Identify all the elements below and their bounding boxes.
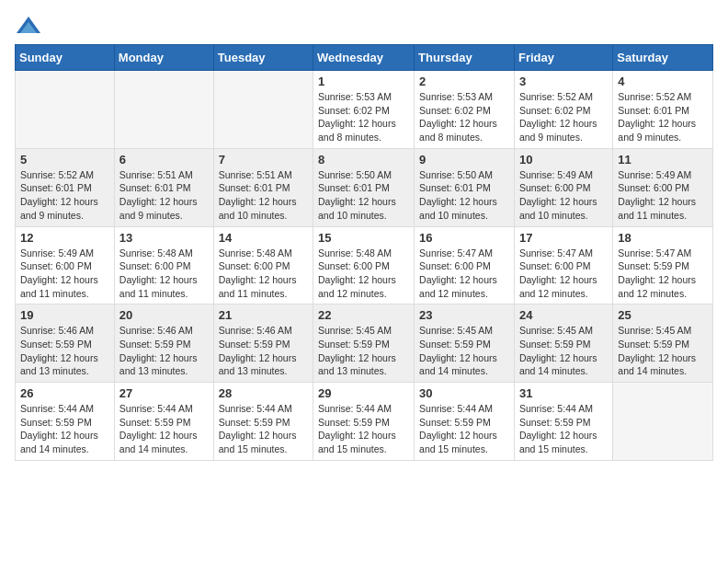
day-number: 6 xyxy=(119,153,209,167)
weekday-header-tuesday: Tuesday xyxy=(213,45,313,71)
day-cell: 25Sunrise: 5:45 AM Sunset: 5:59 PM Dayli… xyxy=(613,304,713,383)
day-info: Sunrise: 5:50 AM Sunset: 6:01 PM Dayligh… xyxy=(318,168,409,223)
day-number: 19 xyxy=(20,308,109,322)
day-info: Sunrise: 5:47 AM Sunset: 5:59 PM Dayligh… xyxy=(618,247,708,301)
day-info: Sunrise: 5:48 AM Sunset: 6:00 PM Dayligh… xyxy=(219,247,308,301)
day-cell: 8Sunrise: 5:50 AM Sunset: 6:01 PM Daylig… xyxy=(313,148,415,226)
day-number: 26 xyxy=(20,386,109,400)
day-cell xyxy=(114,71,213,149)
day-info: Sunrise: 5:52 AM Sunset: 6:01 PM Dayligh… xyxy=(20,168,109,223)
logo xyxy=(15,15,46,37)
day-cell: 18Sunrise: 5:47 AM Sunset: 5:59 PM Dayli… xyxy=(613,226,713,304)
day-cell xyxy=(213,71,313,149)
day-number: 2 xyxy=(419,75,509,88)
day-cell: 24Sunrise: 5:45 AM Sunset: 5:59 PM Dayli… xyxy=(514,304,612,383)
day-info: Sunrise: 5:52 AM Sunset: 6:01 PM Dayligh… xyxy=(618,90,708,144)
day-cell: 20Sunrise: 5:46 AM Sunset: 5:59 PM Dayli… xyxy=(114,304,213,383)
day-info: Sunrise: 5:46 AM Sunset: 5:59 PM Dayligh… xyxy=(219,324,308,378)
day-cell: 31Sunrise: 5:44 AM Sunset: 5:59 PM Dayli… xyxy=(514,383,612,461)
day-cell: 11Sunrise: 5:49 AM Sunset: 6:00 PM Dayli… xyxy=(613,148,713,226)
day-number: 30 xyxy=(419,386,509,400)
day-cell: 22Sunrise: 5:45 AM Sunset: 5:59 PM Dayli… xyxy=(313,304,415,383)
day-info: Sunrise: 5:51 AM Sunset: 6:01 PM Dayligh… xyxy=(119,168,209,223)
logo-icon xyxy=(15,15,42,37)
day-number: 16 xyxy=(419,231,509,245)
day-cell: 13Sunrise: 5:48 AM Sunset: 6:00 PM Dayli… xyxy=(114,226,213,304)
weekday-header-friday: Friday xyxy=(514,45,612,71)
day-info: Sunrise: 5:48 AM Sunset: 6:00 PM Dayligh… xyxy=(119,247,209,301)
day-cell: 29Sunrise: 5:44 AM Sunset: 5:59 PM Dayli… xyxy=(313,383,415,461)
day-cell: 17Sunrise: 5:47 AM Sunset: 6:00 PM Dayli… xyxy=(514,226,612,304)
weekday-header-thursday: Thursday xyxy=(415,45,515,71)
day-info: Sunrise: 5:44 AM Sunset: 5:59 PM Dayligh… xyxy=(519,402,608,456)
day-info: Sunrise: 5:47 AM Sunset: 6:00 PM Dayligh… xyxy=(519,247,608,301)
day-number: 10 xyxy=(519,153,608,167)
day-number: 21 xyxy=(219,308,308,322)
day-number: 5 xyxy=(20,153,109,167)
day-number: 17 xyxy=(519,231,608,245)
week-row-3: 12Sunrise: 5:49 AM Sunset: 6:00 PM Dayli… xyxy=(16,226,713,304)
day-info: Sunrise: 5:46 AM Sunset: 5:59 PM Dayligh… xyxy=(119,324,209,378)
day-cell: 28Sunrise: 5:44 AM Sunset: 5:59 PM Dayli… xyxy=(213,383,313,461)
day-number: 8 xyxy=(318,153,409,167)
day-cell: 26Sunrise: 5:44 AM Sunset: 5:59 PM Dayli… xyxy=(16,383,115,461)
weekday-header-sunday: Sunday xyxy=(16,45,115,71)
week-row-5: 26Sunrise: 5:44 AM Sunset: 5:59 PM Dayli… xyxy=(16,383,713,461)
day-cell: 19Sunrise: 5:46 AM Sunset: 5:59 PM Dayli… xyxy=(16,304,115,383)
day-info: Sunrise: 5:51 AM Sunset: 6:01 PM Dayligh… xyxy=(219,168,308,223)
day-info: Sunrise: 5:45 AM Sunset: 5:59 PM Dayligh… xyxy=(318,324,409,378)
day-number: 29 xyxy=(318,386,409,400)
day-info: Sunrise: 5:44 AM Sunset: 5:59 PM Dayligh… xyxy=(20,402,109,456)
day-cell: 27Sunrise: 5:44 AM Sunset: 5:59 PM Dayli… xyxy=(114,383,213,461)
day-number: 23 xyxy=(419,308,509,322)
day-number: 18 xyxy=(618,231,708,245)
day-number: 15 xyxy=(318,231,409,245)
day-info: Sunrise: 5:45 AM Sunset: 5:59 PM Dayligh… xyxy=(419,324,509,378)
day-info: Sunrise: 5:47 AM Sunset: 6:00 PM Dayligh… xyxy=(419,247,509,301)
day-number: 1 xyxy=(318,75,409,88)
day-cell: 14Sunrise: 5:48 AM Sunset: 6:00 PM Dayli… xyxy=(213,226,313,304)
day-info: Sunrise: 5:44 AM Sunset: 5:59 PM Dayligh… xyxy=(419,402,509,456)
weekday-header-wednesday: Wednesday xyxy=(313,45,415,71)
day-cell: 2Sunrise: 5:53 AM Sunset: 6:02 PM Daylig… xyxy=(415,71,515,149)
day-number: 11 xyxy=(618,153,708,167)
day-number: 27 xyxy=(119,386,209,400)
day-cell: 10Sunrise: 5:49 AM Sunset: 6:00 PM Dayli… xyxy=(514,148,612,226)
week-row-4: 19Sunrise: 5:46 AM Sunset: 5:59 PM Dayli… xyxy=(16,304,713,383)
week-row-1: 1Sunrise: 5:53 AM Sunset: 6:02 PM Daylig… xyxy=(16,71,713,149)
day-cell: 23Sunrise: 5:45 AM Sunset: 5:59 PM Dayli… xyxy=(415,304,515,383)
day-info: Sunrise: 5:44 AM Sunset: 5:59 PM Dayligh… xyxy=(119,402,209,456)
day-cell: 9Sunrise: 5:50 AM Sunset: 6:01 PM Daylig… xyxy=(415,148,515,226)
header xyxy=(15,15,713,37)
day-info: Sunrise: 5:48 AM Sunset: 6:00 PM Dayligh… xyxy=(318,247,409,301)
day-cell: 3Sunrise: 5:52 AM Sunset: 6:02 PM Daylig… xyxy=(514,71,612,149)
day-info: Sunrise: 5:44 AM Sunset: 5:59 PM Dayligh… xyxy=(219,402,308,456)
day-number: 4 xyxy=(618,75,708,88)
weekday-header-row: SundayMondayTuesdayWednesdayThursdayFrid… xyxy=(16,45,713,71)
day-number: 24 xyxy=(519,308,608,322)
day-cell xyxy=(16,71,115,149)
day-number: 9 xyxy=(419,153,509,167)
day-cell: 30Sunrise: 5:44 AM Sunset: 5:59 PM Dayli… xyxy=(415,383,515,461)
day-number: 3 xyxy=(519,75,608,88)
day-number: 25 xyxy=(618,308,708,322)
day-number: 22 xyxy=(318,308,409,322)
day-cell: 1Sunrise: 5:53 AM Sunset: 6:02 PM Daylig… xyxy=(313,71,415,149)
day-info: Sunrise: 5:53 AM Sunset: 6:02 PM Dayligh… xyxy=(318,90,409,144)
day-number: 12 xyxy=(20,231,109,245)
day-cell: 7Sunrise: 5:51 AM Sunset: 6:01 PM Daylig… xyxy=(213,148,313,226)
day-info: Sunrise: 5:45 AM Sunset: 5:59 PM Dayligh… xyxy=(519,324,608,378)
day-cell: 6Sunrise: 5:51 AM Sunset: 6:01 PM Daylig… xyxy=(114,148,213,226)
day-cell: 5Sunrise: 5:52 AM Sunset: 6:01 PM Daylig… xyxy=(16,148,115,226)
day-info: Sunrise: 5:49 AM Sunset: 6:00 PM Dayligh… xyxy=(519,168,608,223)
day-info: Sunrise: 5:45 AM Sunset: 5:59 PM Dayligh… xyxy=(618,324,708,378)
day-number: 14 xyxy=(219,231,308,245)
day-info: Sunrise: 5:53 AM Sunset: 6:02 PM Dayligh… xyxy=(419,90,509,144)
day-number: 7 xyxy=(219,153,308,167)
weekday-header-monday: Monday xyxy=(114,45,213,71)
day-info: Sunrise: 5:49 AM Sunset: 6:00 PM Dayligh… xyxy=(20,247,109,301)
day-cell: 16Sunrise: 5:47 AM Sunset: 6:00 PM Dayli… xyxy=(415,226,515,304)
day-cell: 15Sunrise: 5:48 AM Sunset: 6:00 PM Dayli… xyxy=(313,226,415,304)
weekday-header-saturday: Saturday xyxy=(613,45,713,71)
day-info: Sunrise: 5:49 AM Sunset: 6:00 PM Dayligh… xyxy=(618,168,708,223)
